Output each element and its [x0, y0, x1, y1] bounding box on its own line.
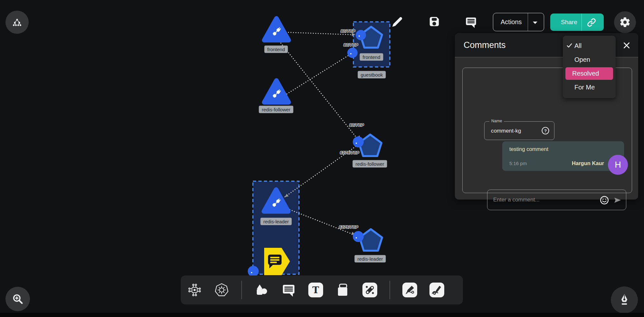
chain-link-icon [362, 283, 377, 297]
bottom-toolbar: T [181, 275, 463, 304]
circuit-icon [187, 283, 202, 297]
floppy-disk-icon [428, 16, 440, 27]
note-tool[interactable] [335, 283, 350, 297]
link-icon[interactable] [587, 18, 596, 27]
name-field-label: Name [489, 119, 504, 123]
port[interactable] [353, 231, 364, 242]
comment-card[interactable]: testing comment 5:16 pm Hargun Kaur [502, 141, 624, 171]
avatar[interactable]: H [608, 155, 628, 175]
avatar-initial: H [615, 160, 621, 170]
node-label: frontend [264, 46, 288, 53]
note-icon [335, 283, 350, 297]
svg-text:?: ? [544, 128, 547, 133]
toolbar-divider [389, 281, 390, 299]
kubernetes-icon [214, 283, 229, 297]
emoji-icon[interactable] [600, 195, 609, 205]
window-edge [0, 313, 644, 317]
comment-input[interactable] [487, 190, 597, 210]
pen-tool-icon [402, 283, 417, 297]
port[interactable] [356, 30, 366, 40]
comment-filter-menu: All Open Resolved For Me [563, 36, 616, 98]
save-button[interactable] [428, 16, 440, 27]
port[interactable] [347, 48, 358, 58]
node-label: frontend [360, 53, 383, 61]
pen-tool[interactable] [402, 283, 417, 297]
node-label: redis-leader [354, 255, 386, 263]
panel-title: Comments [464, 40, 506, 50]
magnifier-plus-icon [12, 293, 24, 305]
tree-icon [12, 18, 22, 27]
text-icon: T [308, 283, 323, 297]
divider [582, 14, 582, 31]
hierarchy-tree-button[interactable] [5, 11, 29, 34]
filter-item-open[interactable]: Open [563, 53, 616, 67]
filter-item-all[interactable]: All [563, 39, 616, 53]
comment-bubble-icon [465, 16, 477, 28]
pencil-icon [390, 16, 403, 29]
comment-time: 5:16 pm [509, 161, 527, 166]
shapes-tool[interactable] [254, 283, 269, 297]
name-field-value: comment-kg [491, 128, 521, 134]
toolbar-divider [241, 281, 242, 299]
chain-link-tool[interactable] [362, 283, 377, 297]
close-icon[interactable] [623, 42, 630, 49]
share-button[interactable]: Share [550, 14, 604, 31]
gear-icon [619, 16, 631, 28]
edge-label: 80/TCP [344, 43, 358, 47]
send-icon[interactable] [613, 196, 622, 204]
name-field[interactable]: Name comment-kg ? [484, 121, 554, 140]
node-pentagon-redis-leader[interactable] [353, 229, 382, 251]
edge-label: 6379/TCP [340, 151, 359, 155]
settings-button[interactable] [614, 11, 636, 33]
node-label: redis-follower [259, 106, 293, 113]
filter-item-resolved[interactable]: Resolved [565, 67, 613, 80]
actions-button[interactable]: Actions [493, 13, 544, 31]
help-icon[interactable]: ? [541, 126, 550, 135]
edge-label: 80/TCP [341, 29, 355, 33]
zoom-in-button[interactable] [5, 287, 30, 311]
canvas[interactable]: frontend frontend guestbook redis-follow… [0, 0, 644, 317]
comment-icon [281, 283, 296, 297]
comment-tool[interactable] [281, 283, 296, 297]
divider [528, 13, 528, 31]
chevron-down-icon[interactable] [533, 21, 538, 24]
kubernetes-tool[interactable] [214, 283, 229, 297]
edge-label: 80/TCP [350, 123, 364, 127]
node-triangle-redis-follower[interactable] [264, 80, 289, 102]
edge-label: 6379/TCP [339, 225, 358, 229]
port[interactable] [248, 266, 259, 277]
comment-input-box [487, 190, 626, 210]
check-icon [567, 43, 572, 48]
node-triangle-frontend[interactable] [264, 18, 289, 40]
comments-toggle-button[interactable] [465, 16, 477, 28]
shapes-icon [254, 283, 269, 297]
filter-item-for-me[interactable]: For Me [563, 80, 616, 94]
pen-nib-icon [618, 293, 631, 307]
share-label: Share [561, 19, 577, 26]
pen-nib-button[interactable] [611, 286, 638, 313]
comment-author: Hargun Kaur [572, 160, 604, 166]
pencil-scribble-icon [429, 283, 444, 297]
port[interactable] [353, 136, 364, 147]
comment-text: testing comment [509, 146, 548, 152]
circuit-node-tool[interactable] [187, 283, 202, 297]
text-tool[interactable]: T [308, 283, 323, 297]
svg-text:T: T [312, 285, 319, 295]
actions-label: Actions [501, 18, 522, 26]
pencil-scribble-tool[interactable] [429, 283, 444, 297]
node-label: redis-follower [352, 160, 387, 168]
node-label: redis-leader [260, 218, 292, 225]
edit-pencil-button[interactable] [390, 16, 403, 29]
node-label: guestbook [358, 71, 386, 79]
